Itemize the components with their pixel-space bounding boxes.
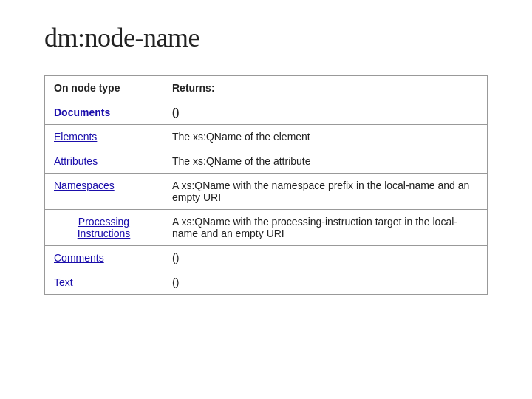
header-col2: Returns: xyxy=(163,76,488,100)
attributes-returns: The xs:QName of the attribute xyxy=(163,149,488,174)
documents-cell: Documents xyxy=(45,100,163,125)
namespaces-link[interactable]: Namespaces xyxy=(54,180,115,191)
namespaces-returns: A xs:QName with the namespace prefix in … xyxy=(163,174,488,210)
table-row: Comments () xyxy=(45,246,488,270)
text-link[interactable]: Text xyxy=(54,276,73,288)
comments-link[interactable]: Comments xyxy=(54,252,104,264)
text-cell: Text xyxy=(45,270,163,295)
processing-cell: Processing Instructions xyxy=(45,210,163,246)
header-col1: On node type xyxy=(45,76,163,100)
processing-returns: A xs:QName with the processing-instructi… xyxy=(163,210,488,246)
comments-returns: () xyxy=(163,246,488,270)
elements-cell: Elements xyxy=(45,125,163,149)
table-row: Attributes The xs:QName of the attribute xyxy=(45,149,488,174)
attributes-cell: Attributes xyxy=(45,149,163,174)
page: dm:node-name On node type Returns: Docum… xyxy=(0,0,532,399)
table-row: Elements The xs:QName of the element xyxy=(45,125,488,149)
table-row: Processing Instructions A xs:QName with … xyxy=(45,210,488,246)
namespaces-cell: Namespaces xyxy=(45,174,163,210)
text-returns: () xyxy=(163,270,488,295)
table-row: Text () xyxy=(45,270,488,295)
table-row: Namespaces A xs:QName with the namespace… xyxy=(45,174,488,210)
processing-link[interactable]: Processing Instructions xyxy=(78,216,131,239)
page-title: dm:node-name xyxy=(44,22,488,53)
elements-link[interactable]: Elements xyxy=(54,131,97,143)
documents-link[interactable]: Documents xyxy=(54,106,110,118)
table-row: Documents () xyxy=(45,100,488,125)
node-name-table: On node type Returns: Documents () Eleme… xyxy=(44,75,488,295)
table-header-row: On node type Returns: xyxy=(45,76,488,100)
attributes-link[interactable]: Attributes xyxy=(54,155,98,167)
elements-returns: The xs:QName of the element xyxy=(163,125,488,149)
comments-cell: Comments xyxy=(45,246,163,270)
documents-returns: () xyxy=(163,100,488,125)
